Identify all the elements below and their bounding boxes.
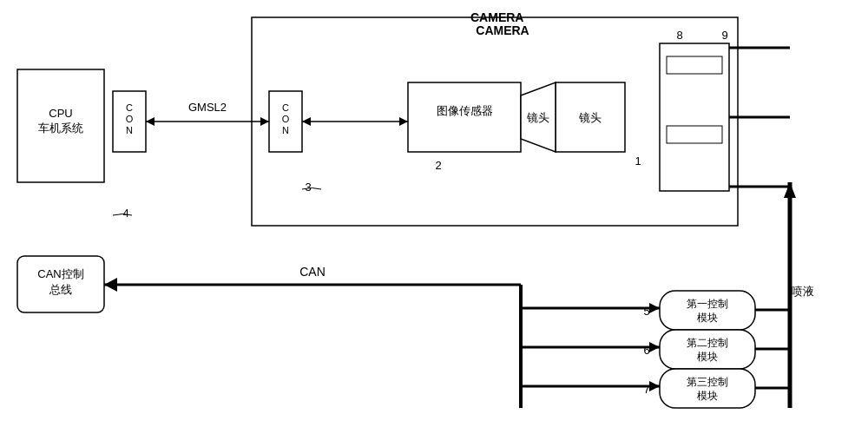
svg-marker-49: [649, 381, 660, 391]
svg-text:N: N: [282, 125, 289, 135]
svg-marker-63: [784, 182, 796, 198]
svg-rect-56: [660, 369, 755, 408]
svg-text:N: N: [126, 125, 133, 135]
svg-text:7: 7: [643, 383, 649, 396]
svg-rect-30: [667, 126, 722, 143]
svg-text:喷液: 喷液: [792, 285, 814, 298]
svg-text:8: 8: [676, 29, 682, 42]
svg-text:6: 6: [643, 344, 649, 357]
svg-text:总线: 总线: [49, 283, 72, 296]
svg-text:镜头: 镜头: [578, 111, 602, 124]
svg-marker-47: [649, 342, 660, 352]
svg-text:模块: 模块: [697, 351, 718, 363]
svg-text:3: 3: [305, 181, 311, 194]
svg-text:CAN控制: CAN控制: [37, 267, 83, 280]
svg-rect-29: [667, 56, 722, 74]
svg-text:C: C: [126, 102, 133, 113]
svg-text:CAMERA: CAMERA: [476, 23, 529, 37]
svg-text:车机系统: 车机系统: [38, 122, 83, 135]
svg-text:图像传感器: 图像传感器: [437, 104, 493, 117]
svg-text:第二控制: 第二控制: [687, 337, 728, 349]
svg-marker-14: [146, 117, 155, 126]
svg-text:GMSL2: GMSL2: [188, 101, 227, 114]
svg-text:9: 9: [721, 29, 727, 42]
svg-text:模块: 模块: [697, 312, 718, 324]
svg-rect-17: [408, 82, 521, 152]
svg-rect-50: [660, 291, 755, 330]
svg-rect-53: [660, 330, 755, 369]
svg-text:第三控制: 第三控制: [687, 376, 728, 388]
svg-text:2: 2: [435, 159, 441, 172]
svg-text:4: 4: [122, 207, 128, 220]
svg-text:CAN: CAN: [299, 265, 326, 279]
svg-text:1: 1: [635, 154, 641, 168]
svg-text:模块: 模块: [697, 390, 718, 402]
svg-text:第一控制: 第一控制: [687, 298, 728, 310]
svg-marker-41: [104, 278, 117, 292]
svg-text:O: O: [126, 114, 134, 124]
diagram-svg: CPU 车机系统 C O N CAMERA C O N GMSL2 图像传感器 …: [0, 0, 868, 447]
svg-text:O: O: [282, 114, 290, 124]
svg-text:CPU: CPU: [49, 107, 72, 120]
diagram-container: CPU 车机系统 C O N CAMERA C O N GMSL2 图像传感器 …: [0, 0, 868, 447]
svg-text:镜头: 镜头: [526, 111, 549, 124]
svg-text:5: 5: [643, 305, 649, 318]
svg-text:C: C: [282, 102, 289, 113]
svg-marker-45: [649, 303, 660, 313]
camera-title: CAMERA: [470, 10, 523, 24]
